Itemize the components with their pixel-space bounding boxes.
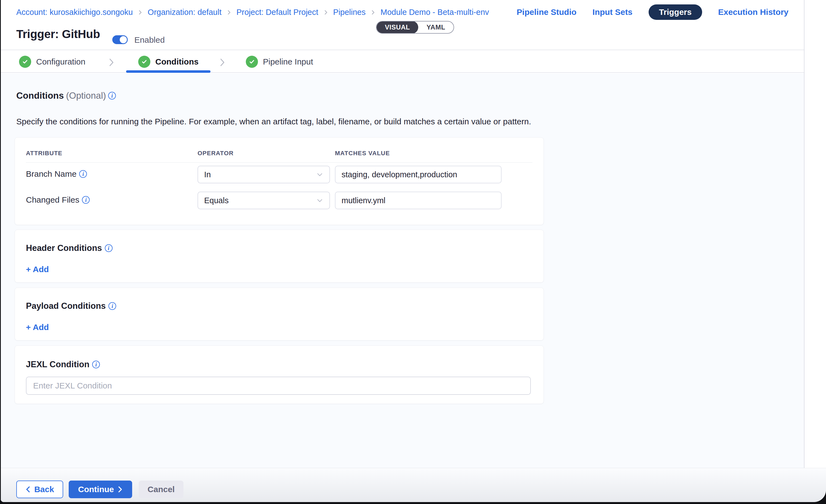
matches-value-input[interactable] (335, 192, 501, 209)
jexl-condition-input[interactable] (26, 377, 531, 395)
back-button-label: Back (34, 485, 54, 494)
stepper-tabs: Configuration Conditions (1, 51, 804, 73)
conditions-table-card: ATTRIBUTE OPERATOR MATCHES VALUE Branch … (15, 137, 544, 225)
app-window: Account: kurosakiichigo.songoku Organiza… (1, 0, 826, 502)
check-icon (246, 56, 258, 68)
back-button[interactable]: Back (16, 481, 63, 498)
attribute-label: Branch Name (26, 169, 76, 179)
operator-select[interactable]: In (197, 166, 330, 183)
page-header: Account: kurosakiichigo.songoku Organiza… (1, 0, 804, 50)
payload-conditions-title: Payload Conditions (26, 301, 116, 311)
operator-select[interactable]: Equals (197, 192, 330, 209)
right-gutter (804, 0, 826, 468)
jexl-condition-title-text: JEXL Condition (26, 360, 90, 369)
attribute-label: Changed Files (26, 195, 79, 204)
screen: Account: kurosakiichigo.songoku Organiza… (0, 0, 826, 504)
add-header-condition-button[interactable]: + Add (26, 265, 49, 274)
chevron-right-icon (137, 9, 143, 15)
table-row-attribute: Branch Name (26, 169, 87, 179)
nav-input-sets[interactable]: Input Sets (593, 7, 633, 17)
breadcrumb-organization[interactable]: Organization: default (148, 8, 222, 17)
header-conditions-card: Header Conditions + Add (15, 230, 544, 282)
operator-value: Equals (204, 196, 229, 205)
header-conditions-title: Header Conditions (26, 243, 113, 253)
continue-button[interactable]: Continue (69, 481, 132, 498)
cancel-button-label: Cancel (148, 485, 175, 494)
content-area: Conditions(Optional) Specify the conditi… (1, 73, 804, 468)
conditions-description: Specify the conditions for running the P… (16, 117, 531, 126)
breadcrumb: Account: kurosakiichigo.songoku Organiza… (16, 8, 489, 17)
jexl-condition-title: JEXL Condition (26, 360, 100, 369)
tab-conditions[interactable]: Conditions (138, 56, 199, 68)
tab-conditions-label: Conditions (155, 57, 199, 66)
yaml-segment[interactable]: YAML (418, 21, 454, 34)
conditions-heading-text: Conditions (16, 90, 64, 101)
breadcrumb-pipeline-name[interactable]: Module Demo - Beta-multi-env (380, 8, 489, 17)
column-header-operator: OPERATOR (197, 150, 234, 157)
header-conditions-title-text: Header Conditions (26, 243, 102, 253)
cancel-button[interactable]: Cancel (139, 481, 183, 498)
nav-execution-history[interactable]: Execution History (718, 7, 788, 17)
column-header-matches-value: MATCHES VALUE (335, 150, 390, 157)
chevron-down-icon (316, 171, 323, 178)
add-payload-condition-button[interactable]: + Add (26, 323, 49, 332)
active-tab-underline (126, 70, 211, 73)
jexl-condition-card: JEXL Condition (15, 345, 544, 404)
enabled-label: Enabled (134, 35, 165, 45)
tab-configuration[interactable]: Configuration (19, 56, 85, 68)
chevron-right-icon (117, 486, 123, 493)
chevron-right-icon (226, 9, 232, 15)
tab-configuration-label: Configuration (36, 57, 85, 66)
payload-conditions-title-text: Payload Conditions (26, 301, 106, 311)
matches-value-input[interactable] (335, 166, 501, 183)
tab-pipeline-input-label: Pipeline Input (263, 57, 313, 66)
visual-segment[interactable]: VISUAL (376, 21, 418, 34)
chevron-right-icon (219, 58, 226, 66)
chevron-down-icon (316, 197, 323, 204)
continue-button-label: Continue (78, 485, 114, 494)
column-header-attribute: ATTRIBUTE (26, 150, 62, 157)
table-row-attribute: Changed Files (26, 195, 90, 204)
payload-conditions-card: Payload Conditions + Add (15, 288, 544, 340)
nav-pipeline-studio[interactable]: Pipeline Studio (517, 7, 577, 17)
operator-value: In (204, 170, 211, 179)
info-icon[interactable] (108, 302, 116, 310)
info-icon[interactable] (82, 196, 90, 204)
chevron-left-icon (25, 486, 31, 493)
visual-yaml-toggle: VISUAL YAML (376, 21, 454, 34)
chevron-right-icon (323, 9, 329, 15)
info-icon[interactable] (79, 170, 87, 178)
tab-pipeline-input[interactable]: Pipeline Input (246, 56, 313, 68)
page-title: Trigger: GitHub (16, 27, 100, 41)
chevron-right-icon (108, 58, 115, 66)
breadcrumb-project[interactable]: Project: Default Project (236, 8, 318, 17)
breadcrumb-account[interactable]: Account: kurosakiichigo.songoku (16, 8, 133, 17)
info-icon[interactable] (105, 244, 113, 252)
info-icon[interactable] (92, 361, 100, 368)
main-column: Account: kurosakiichigo.songoku Organiza… (1, 0, 804, 502)
check-icon (138, 56, 151, 68)
conditions-heading-optional: (Optional) (66, 90, 106, 101)
chevron-right-icon (370, 9, 376, 15)
check-icon (19, 56, 31, 68)
footer-bar: Back Continue Cancel (1, 468, 826, 502)
top-nav: Pipeline Studio Input Sets Triggers Exec… (517, 4, 788, 20)
info-icon[interactable] (108, 92, 116, 100)
conditions-heading: Conditions(Optional) (16, 90, 116, 101)
breadcrumb-pipelines[interactable]: Pipelines (333, 8, 366, 17)
toggle-knob (120, 36, 127, 43)
enabled-toggle[interactable] (112, 35, 128, 44)
nav-triggers-active[interactable]: Triggers (649, 4, 702, 20)
